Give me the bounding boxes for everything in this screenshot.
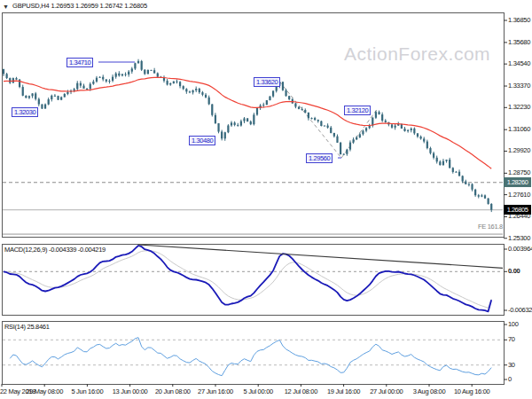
time-axis-tick: 12 Jul 08:00 [278, 387, 323, 396]
price-axis-tick: 1.32230 [508, 103, 530, 112]
macd-panel-background[interactable] [2, 244, 504, 315]
rsi-indicator-label: RSI(14) 25.8461 [4, 323, 50, 332]
price-axis-tick: 1.33370 [508, 82, 530, 90]
time-axis-tick: 29 May 08:00 [22, 387, 66, 396]
swing-annotation-label: 1.33620 [254, 77, 280, 87]
rsi-axis-tick: 0 [508, 375, 512, 384]
swing-annotation-label: 1.32030 [12, 107, 38, 117]
price-axis-tick: 1.29920 [508, 146, 530, 155]
time-axis-tick: 27 Jul 00:00 [364, 387, 409, 396]
macd-axis-tick: 0.00 [508, 267, 520, 276]
time-axis-tick: 5 Jun 16:00 [65, 387, 109, 396]
symbol-ohlc-header: GBPUSD,H4 1.26953 1.26959 1.26742 1.2680… [12, 2, 147, 10]
price-axis-tick: 1.27610 [508, 191, 530, 200]
macd-axis-tick: 0.003964 [508, 245, 532, 254]
swing-annotation-label: 1.34710 [66, 58, 93, 67]
time-axis-tick: 13 Jun 00:00 [108, 387, 153, 396]
rsi-axis-tick: 30 [508, 361, 515, 370]
swing-annotation-label: 1.29560 [306, 153, 332, 163]
time-axis-tick: 5 Jul 00:00 [236, 387, 280, 396]
price-axis-tick: 1.28750 [508, 168, 530, 177]
symbol-dropdown-icon[interactable]: ▼ [3, 3, 9, 11]
rsi-axis-tick: 100 [508, 320, 519, 329]
price-axis-tick: 1.34540 [508, 59, 530, 68]
rsi-axis-tick: 70 [508, 335, 515, 344]
resistance-price-label: 1.28260 [504, 177, 531, 187]
current-price-label: 1.26805 [504, 205, 531, 215]
price-axis-tick: 1.25300 [508, 234, 530, 243]
time-axis-tick: 3 Aug 08:00 [407, 387, 451, 396]
price-axis-tick: 1.35680 [508, 38, 530, 47]
time-axis-tick: 10 Aug 16:00 [450, 387, 494, 396]
macd-indicator-label: MACD(12,26,9) -0.004339 -0.004219 [4, 246, 106, 254]
price-axis-tick: 1.36850 [508, 16, 530, 25]
time-axis-tick: 27 Jun 16:00 [193, 387, 238, 396]
price-axis-tick: 1.31060 [508, 125, 530, 134]
rsi-panel-background[interactable] [2, 321, 504, 384]
time-axis-tick: 20 Jun 08:00 [151, 387, 195, 396]
swing-annotation-label: 1.30480 [189, 136, 215, 145]
watermark: ActionForex.com [344, 43, 490, 65]
time-axis-tick: 19 Jul 16:00 [322, 387, 366, 396]
swing-annotation-label: 1.32120 [344, 106, 371, 115]
macd-axis-tick: -0.006324 [508, 306, 532, 315]
fib-extension-label: FE 161.8 [443, 223, 503, 231]
